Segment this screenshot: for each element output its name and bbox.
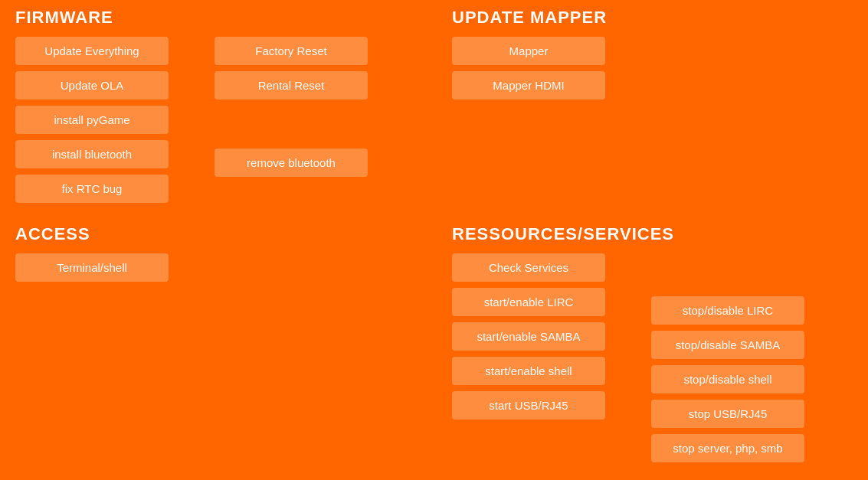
update-everything-button[interactable]: Update Everything bbox=[15, 37, 169, 65]
resources-cols: Check Services start/enable LIRC start/e… bbox=[452, 253, 853, 469]
firmware-button-row: Update Everything Update OLA install pyG… bbox=[15, 37, 452, 209]
start-usb-rj45-button[interactable]: start USB/RJ45 bbox=[452, 391, 605, 420]
firmware-block: FIRMWARE Update Everything Update OLA in… bbox=[15, 8, 452, 209]
resources-title: RESSOURCES/SERVICES bbox=[452, 224, 853, 244]
stop-disable-samba-button[interactable]: stop/disable SAMBA bbox=[651, 331, 804, 359]
access-title: ACCESS bbox=[15, 224, 452, 244]
mapper-button[interactable]: Mapper bbox=[452, 37, 605, 65]
update-mapper-col: Mapper Mapper HDMI bbox=[452, 37, 853, 106]
firmware-col1: Update Everything Update OLA install pyG… bbox=[15, 37, 169, 209]
top-section: FIRMWARE Update Everything Update OLA in… bbox=[15, 8, 853, 209]
resources-block: RESSOURCES/SERVICES Check Services start… bbox=[452, 224, 853, 469]
check-services-button[interactable]: Check Services bbox=[452, 253, 605, 282]
factory-reset-button[interactable]: Factory Reset bbox=[215, 37, 368, 65]
start-enable-lirc-button[interactable]: start/enable LIRC bbox=[452, 288, 605, 316]
bottom-section: ACCESS Terminal/shell RESSOURCES/SERVICE… bbox=[15, 224, 853, 469]
access-block: ACCESS Terminal/shell bbox=[15, 224, 452, 469]
stop-disable-lirc-button[interactable]: stop/disable LIRC bbox=[651, 296, 804, 325]
firmware-col2: Factory Reset Rental Reset remove blueto… bbox=[215, 37, 368, 209]
start-enable-samba-button[interactable]: start/enable SAMBA bbox=[452, 322, 605, 351]
resources-col2: stop/disable LIRC stop/disable SAMBA sto… bbox=[651, 253, 804, 469]
page: FIRMWARE Update Everything Update OLA in… bbox=[15, 8, 853, 469]
remove-bluetooth-button[interactable]: remove bluetooth bbox=[215, 149, 368, 177]
stop-server-php-smb-button[interactable]: stop server, php, smb bbox=[651, 434, 804, 462]
fix-rtc-bug-button[interactable]: fix RTC bug bbox=[15, 175, 169, 203]
stop-disable-shell-button[interactable]: stop/disable shell bbox=[651, 365, 804, 393]
rental-reset-button[interactable]: Rental Reset bbox=[215, 71, 368, 100]
install-pygame-button[interactable]: install pyGame bbox=[15, 106, 169, 134]
update-ola-button[interactable]: Update OLA bbox=[15, 71, 169, 100]
terminal-shell-button[interactable]: Terminal/shell bbox=[15, 253, 169, 282]
start-enable-shell-button[interactable]: start/enable shell bbox=[452, 357, 605, 385]
update-mapper-block: UPDATE MAPPER Mapper Mapper HDMI bbox=[452, 8, 853, 209]
firmware-title: FIRMWARE bbox=[15, 8, 452, 28]
update-mapper-title: UPDATE MAPPER bbox=[452, 8, 853, 28]
install-bluetooth-button[interactable]: install bluetooth bbox=[15, 140, 169, 168]
stop-usb-rj45-button[interactable]: stop USB/RJ45 bbox=[651, 400, 804, 428]
mapper-hdmi-button[interactable]: Mapper HDMI bbox=[452, 71, 605, 100]
resources-col1: Check Services start/enable LIRC start/e… bbox=[452, 253, 605, 469]
